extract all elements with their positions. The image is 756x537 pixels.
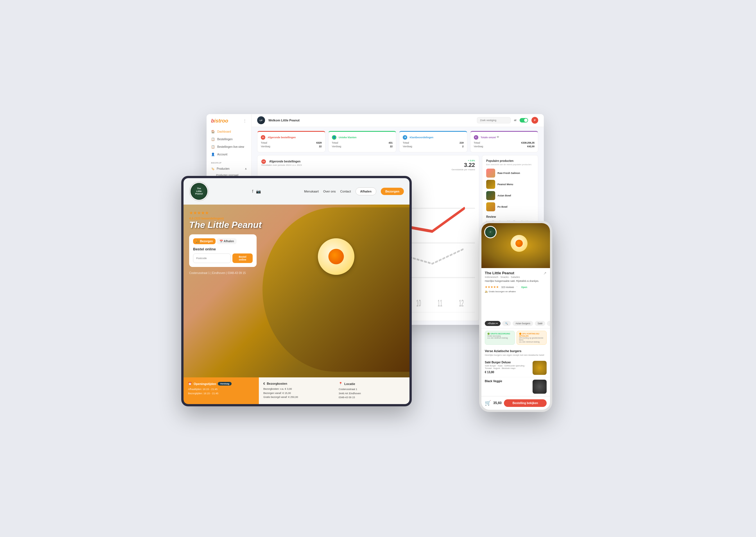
delivery-icon: 🛵	[485, 290, 487, 293]
sidebar-menu-icon[interactable]: ⋮	[243, 119, 247, 123]
phone-filter-tabs: Afhalen ▾ 🔍 Asian burgers Saté Sandw...	[482, 319, 550, 328]
sidebar-item-label: Account	[217, 153, 227, 156]
sidebar-item-label: Dashboard	[217, 130, 231, 133]
stat-row-today: Vandaag 22	[261, 145, 322, 148]
phone-content: The Little Peanut Indonesisch · Snacks ·…	[482, 268, 550, 319]
search-input[interactable]	[477, 117, 511, 123]
phone-delivery-badge: 🛵 Gratis bezorgen en afhalen	[485, 290, 539, 293]
order-button[interactable]: Bestel online	[232, 254, 253, 263]
egg-yolk	[328, 249, 344, 265]
instagram-icon: 📷	[256, 189, 261, 194]
nav-menukaart[interactable]: Menukaart	[304, 190, 319, 193]
promo-gratis: 🟢 GRATIS BEZORGING Gratis bezorgingv.a. …	[485, 331, 515, 345]
phone-egg-yolk	[516, 240, 523, 247]
admin-topbar: LP Welkom Little Peanut nl P	[252, 114, 544, 127]
item-name: Black Veggie	[485, 380, 530, 383]
stat-row-total: Totaal 431	[332, 141, 393, 144]
egg-visual	[318, 238, 355, 275]
phone-screen: LP The Little Peanut Indonesisch · Snack…	[482, 223, 550, 410]
info-card-text: Costerusstraat 1 3446 AK Eindhoven 0348-…	[339, 387, 405, 399]
filter-tab-sandw[interactable]: Sandw...	[547, 321, 550, 326]
stat-card-beoordelingen: ★ Klantbeoordelingen Totaal 219 Vandaag …	[399, 131, 467, 152]
order-input-row: Bestel online	[193, 254, 253, 263]
phone-desc: Heerlijke huisgemaakte saté. Rijsttafels…	[485, 280, 539, 282]
popular-products-title: Populaire producten	[486, 159, 534, 162]
tablet-logo: TheLittlePeanut	[189, 182, 209, 201]
svg-text:11: 11	[438, 298, 442, 308]
stat-card-klanten: 👤 Unieke klanten Totaal 431 Vandaag 22	[328, 131, 397, 152]
item-thumb	[532, 361, 547, 375]
share-icon[interactable]: ↗	[543, 271, 547, 275]
stats-grid: 11 Afgeronde bestellingen Totaal 6329 Va…	[252, 127, 544, 155]
promo-sub: Gratis bezorgingv.a. een minimum bedrag	[487, 335, 512, 339]
sidebar-item-label: Bestellingen	[217, 138, 232, 141]
filter-tab-search[interactable]: 🔍	[502, 321, 511, 326]
tab-afhalen[interactable]: 📅 Afhalen	[217, 238, 237, 244]
chart-subtitle: Resultaten over periode 2024 t.o.v. 2023	[261, 164, 302, 166]
afhalen-button[interactable]: Afhalen	[356, 187, 376, 195]
hero-rating: 4,6 (323 beoordelingen)	[189, 217, 280, 220]
info-card-bezorgkosten: € Bezorgkosten Bezorgkosten: v.a. € 3,00…	[259, 377, 334, 404]
separator: ·	[516, 284, 518, 289]
stat-row-total: Totaal 6329	[261, 141, 322, 144]
order-button[interactable]: Bestelling bekijken	[504, 399, 547, 407]
tab-bezorgen[interactable]: 🛵 Bezorgen	[193, 238, 216, 244]
stat-badge: €	[474, 135, 478, 140]
tablet-info-cards: ⏰ Openingstijden Vandaag Afhaaltijden: 1…	[184, 377, 409, 404]
phone-open: Open	[521, 286, 527, 289]
info-card-text: Bezorgkosten: v.a. € 3,00 Bezorgen vanaf…	[263, 387, 330, 399]
cart-icon: 🛒	[485, 400, 491, 406]
postcode-input[interactable]	[193, 254, 231, 263]
tablet-screen: TheLittlePeanut f 📷 Menukaart Over ons C…	[184, 178, 409, 404]
status-toggle[interactable]	[520, 118, 528, 123]
sidebar-item-bestellingen[interactable]: 📋 Bestellingen	[207, 136, 251, 143]
hero-title: The Little Peanut	[189, 220, 280, 230]
order-widget: 🛵 Bezorgen 📅 Afhalen Bestel online Beste…	[189, 234, 257, 267]
chart-metric-block: + 3.6% 3.22 Gemiddelde per maand	[451, 159, 475, 171]
sidebar-item-producten[interactable]: 🏷️ Producten ∧	[207, 165, 251, 172]
stat-card-omzet: € Totale omzet 👁 Totaal €338.256,35 Vand…	[470, 131, 538, 152]
social-icons: f 📷	[252, 189, 261, 194]
item-info: Saté Burger Deluxe Saté Burger · Kaas · …	[485, 361, 530, 374]
visibility-icon[interactable]: 👁	[497, 136, 499, 139]
svg-text:10: 10	[416, 298, 421, 308]
bezorgen-button[interactable]: Bezorgen	[381, 188, 404, 195]
product-thumb	[486, 169, 495, 178]
user-avatar: P	[531, 117, 538, 124]
info-card-openingstijden: ⏰ Openingstijden Vandaag Afhaaltijden: 1…	[184, 377, 259, 404]
nav-contact[interactable]: Contact	[340, 190, 351, 193]
chart-value: 3.22	[451, 162, 475, 168]
bestellingen-icon: 📋	[211, 138, 215, 141]
chart-change: + 3.6%	[451, 159, 475, 162]
sidebar-item-dashboard[interactable]: 🏠 Dashboard	[207, 128, 251, 136]
tablet-nav: TheLittlePeanut f 📷 Menukaart Over ons C…	[184, 178, 409, 205]
tablet-device: TheLittlePeanut f 📷 Menukaart Over ons C…	[181, 176, 412, 406]
nav-over-ons[interactable]: Over ons	[323, 190, 336, 193]
phone-hero: LP	[482, 223, 550, 268]
product-name: Raw Fresh Salmon	[497, 172, 520, 175]
filter-tab-afhalen[interactable]: Afhalen ▾	[485, 321, 501, 326]
sidebar-item-account[interactable]: 👤 Account	[207, 151, 251, 158]
chart-title: Afgeronde bestellingen	[269, 160, 300, 163]
phone-cuisine: Indonesisch · Snacks · Salades	[485, 276, 539, 278]
sidebar-item-bestellingen-live[interactable]: 📋 Bestellingen live-view	[207, 143, 251, 151]
filter-tab-sate[interactable]: Saté	[535, 321, 545, 326]
hero-content: ★★★★★ 4,6 (323 beoordelingen) The Little…	[184, 205, 285, 378]
phone-promos: 🟢 GRATIS BEZORGING Gratis bezorgingv.a. …	[482, 328, 550, 347]
stat-row-today: Vandaag 2	[403, 145, 464, 148]
thumb-bg	[532, 361, 547, 375]
svg-text:12: 12	[459, 298, 464, 308]
stat-title: ★ Klantbeoordelingen	[403, 135, 464, 140]
chart-title-block: 11 Afgeronde bestellingen Resultaten ove…	[261, 159, 302, 166]
stat-badge: 11	[261, 135, 265, 140]
filter-tab-asian[interactable]: Asian burgers	[513, 321, 533, 326]
clock-icon: ⏰	[188, 382, 192, 386]
item-price: € 13,80	[485, 371, 530, 374]
stat-badge: ★	[403, 135, 407, 140]
product-item-po: Po Bowl	[486, 202, 534, 211]
info-card-locatie: 📍 Locatie Costerusstraat 1 3446 AK Eindh…	[334, 377, 409, 404]
order-label: Bestel online	[193, 247, 253, 251]
stat-title: 11 Afgeronde bestellingen	[261, 135, 322, 140]
facebook-icon: f	[252, 189, 253, 194]
restaurant-avatar: LP	[257, 116, 265, 124]
